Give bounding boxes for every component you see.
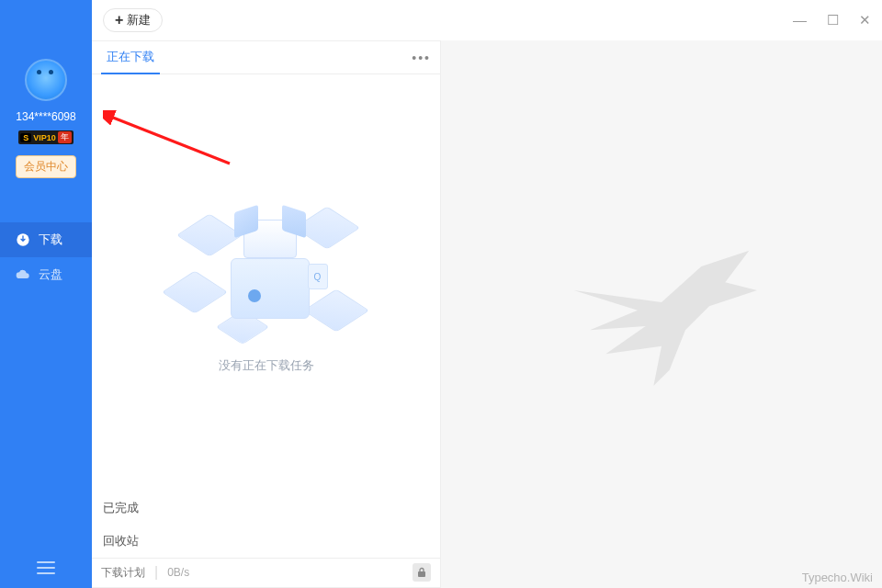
watermark: Typecho.Wiki: [802, 571, 873, 584]
sidebar: 134****6098 S VIP10 年 会员中心 下载 云盘: [0, 0, 92, 588]
section-recycle[interactable]: 回收站: [92, 525, 440, 558]
vip-level-label: VIP10: [31, 133, 58, 142]
menu-button[interactable]: [0, 560, 92, 575]
status-bar: 下载计划 | 0B/s: [92, 558, 440, 587]
download-icon: [15, 232, 31, 248]
vip-year-label: 年: [58, 131, 72, 143]
maximize-button[interactable]: ☐: [827, 12, 839, 28]
tab-downloading[interactable]: 正在下载: [101, 41, 160, 74]
vip-badge[interactable]: S VIP10 年: [18, 130, 74, 144]
sidebar-item-cloud[interactable]: 云盘: [0, 257, 92, 292]
paper-icon: Q: [308, 264, 328, 289]
sidebar-nav: 下载 云盘: [0, 222, 92, 292]
empty-state: Q 没有正在下载任务: [92, 74, 440, 492]
download-plan-label[interactable]: 下载计划: [101, 565, 145, 581]
new-button-label: 新建: [127, 12, 151, 28]
lock-icon[interactable]: [413, 563, 431, 582]
preview-pane: [441, 40, 882, 588]
close-button[interactable]: ✕: [859, 12, 871, 28]
hummingbird-icon: [542, 222, 781, 406]
speed-label: 0B/s: [167, 566, 189, 579]
sidebar-item-label: 云盘: [39, 266, 62, 283]
empty-illustration: Q: [170, 192, 363, 348]
empty-text: 没有正在下载任务: [219, 357, 314, 374]
section-completed[interactable]: 已完成: [92, 492, 440, 525]
member-center-button[interactable]: 会员中心: [16, 155, 76, 178]
sidebar-item-label: 下载: [39, 232, 62, 248]
main-pane: 正在下载 ••• Q 没有正在下载任务 已完成 回收站 下载计划 | 0B/s: [92, 40, 441, 588]
username-label: 134****6098: [16, 110, 75, 123]
vip-s-icon: S: [20, 133, 31, 142]
cloud-icon: [15, 266, 31, 283]
plus-icon: +: [115, 13, 123, 28]
more-button[interactable]: •••: [412, 51, 431, 65]
topbar: + 新建 — ☐ ✕: [92, 0, 882, 40]
minimize-button[interactable]: —: [793, 12, 807, 28]
bottom-sections: 已完成 回收站 下载计划 | 0B/s: [92, 492, 440, 587]
separator: |: [154, 564, 158, 581]
tab-row: 正在下载 •••: [92, 41, 440, 74]
sidebar-item-download[interactable]: 下载: [0, 222, 92, 257]
new-button[interactable]: + 新建: [103, 8, 163, 32]
window-controls: — ☐ ✕: [793, 12, 871, 28]
svg-rect-4: [418, 571, 425, 577]
avatar[interactable]: [25, 59, 67, 101]
